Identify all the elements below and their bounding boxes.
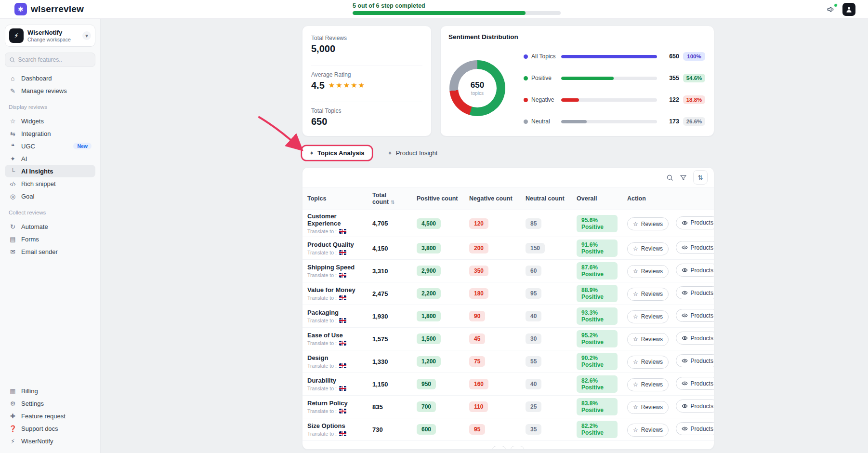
- topic-name[interactable]: Durability: [307, 377, 363, 384]
- sidebar-item[interactable]: ▤ Forms: [5, 233, 95, 245]
- sidebar-search[interactable]: [5, 53, 95, 67]
- products-button[interactable]: Products: [676, 264, 714, 277]
- neutral-count-badge: 30: [526, 333, 541, 344]
- sidebar-item[interactable]: ❝ UGC New: [5, 140, 95, 152]
- search-icon[interactable]: [666, 174, 673, 181]
- legend-percent-badge: 18.8%: [683, 95, 705, 104]
- filter-icon[interactable]: [680, 174, 687, 181]
- sidebar-item[interactable]: ⌂ Dashboard: [5, 72, 95, 84]
- topic-name[interactable]: Return Policy: [307, 400, 363, 407]
- translate-link[interactable]: Translate to :: [307, 386, 363, 391]
- translate-link[interactable]: Translate to :: [307, 295, 363, 301]
- sidebar-item-label: Dashboard: [21, 75, 52, 82]
- neutral-count-badge: 40: [526, 379, 541, 389]
- sidebar-item[interactable]: ✚ Feature request: [5, 410, 95, 422]
- topic-name[interactable]: Ease of Use: [307, 332, 363, 339]
- workspace-selector[interactable]: ⚡ WiserNotify Change workspace ▾: [5, 25, 95, 47]
- sidebar-item[interactable]: ⚡ WiserNotify: [5, 435, 95, 447]
- translate-link[interactable]: Translate to :: [307, 250, 363, 255]
- legend-bar-track: [561, 98, 657, 102]
- translate-link[interactable]: Translate to :: [307, 363, 363, 369]
- topic-name[interactable]: Customer Experience: [307, 213, 363, 227]
- reviews-button[interactable]: ☆ Reviews: [627, 378, 669, 391]
- star-icon: ☆: [633, 313, 638, 320]
- prev-page-button[interactable]: ‹: [492, 446, 506, 450]
- legend-label: Negative: [531, 96, 561, 103]
- sort-button[interactable]: ⇅: [693, 170, 708, 185]
- user-avatar[interactable]: [842, 3, 855, 16]
- products-button[interactable]: Products: [676, 400, 714, 413]
- reviews-button[interactable]: ☆ Reviews: [627, 401, 669, 414]
- sidebar-item[interactable]: ✦ AI: [5, 152, 95, 165]
- sidebar-item[interactable]: ❓ Support docs: [5, 422, 95, 435]
- announcements-icon[interactable]: [827, 5, 836, 14]
- sidebar-item[interactable]: ↻ Automate: [5, 220, 95, 233]
- search-input[interactable]: [18, 56, 91, 63]
- sidebar-item[interactable]: ⚙ Settings: [5, 397, 95, 410]
- translate-link[interactable]: Translate to :: [307, 340, 363, 346]
- rating-value: 4.5: [311, 80, 325, 91]
- translate-link[interactable]: Translate to :: [307, 408, 363, 414]
- topic-name[interactable]: Product Quality: [307, 241, 363, 248]
- products-button[interactable]: Products: [676, 241, 714, 254]
- sidebar-item[interactable]: ✉ Email sender: [5, 245, 95, 258]
- topic-name[interactable]: Design: [307, 354, 363, 361]
- sidebar-item[interactable]: ☆ Widgets: [5, 115, 95, 127]
- translate-label: Translate to :: [307, 272, 337, 278]
- tabs: ✦ Topics Analysis ✧ Product Insight: [302, 146, 714, 160]
- negative-count-badge: 200: [469, 243, 488, 253]
- products-button[interactable]: Products: [676, 332, 714, 345]
- topic-name[interactable]: Packaging: [307, 309, 363, 316]
- reviews-button[interactable]: ☆ Reviews: [627, 217, 669, 230]
- topic-name[interactable]: Size Options: [307, 422, 363, 429]
- tab-product-insight[interactable]: ✧ Product Insight: [381, 146, 445, 160]
- products-button[interactable]: Products: [676, 309, 714, 322]
- neutral-count-badge: 95: [526, 288, 541, 299]
- next-page-button[interactable]: ›: [511, 446, 524, 450]
- positive-count-badge: 2,900: [417, 266, 441, 276]
- products-button[interactable]: Products: [676, 422, 714, 435]
- table-row: Value for Money Translate to : 2,475 2,2…: [302, 282, 714, 305]
- translate-label: Translate to :: [307, 318, 337, 323]
- sidebar-item[interactable]: ‹/› Rich snippet: [5, 177, 95, 190]
- topic-name[interactable]: Shipping Speed: [307, 264, 363, 271]
- tab-topics-analysis[interactable]: ✦ Topics Analysis: [302, 146, 372, 160]
- sidebar-item-label: Support docs: [21, 425, 58, 432]
- reviews-button[interactable]: ☆ Reviews: [627, 356, 669, 369]
- reviews-button[interactable]: ☆ Reviews: [627, 265, 669, 278]
- reviews-button[interactable]: ☆ Reviews: [627, 333, 669, 346]
- translate-link[interactable]: Translate to :: [307, 272, 363, 278]
- reviews-button[interactable]: ☆ Reviews: [627, 310, 669, 323]
- reviews-button[interactable]: ☆ Reviews: [627, 242, 669, 255]
- products-button[interactable]: Products: [676, 354, 714, 367]
- logo-text: wiserreview: [31, 4, 84, 14]
- products-button[interactable]: Products: [676, 377, 714, 390]
- sidebar-item[interactable]: ◎ Goal: [5, 190, 95, 202]
- stat-label: Total Reviews: [311, 35, 422, 41]
- translate-link[interactable]: Translate to :: [307, 228, 363, 234]
- sidebar-item[interactable]: ✎ Manage reviews: [5, 84, 95, 97]
- topic-name[interactable]: Value for Money: [307, 286, 363, 293]
- header-negative-count: Negative count: [464, 187, 521, 210]
- legend-dot: [524, 98, 528, 102]
- progress-fill: [353, 11, 526, 15]
- products-button[interactable]: Products: [676, 216, 714, 229]
- translate-link[interactable]: Translate to :: [307, 318, 363, 323]
- overall-badge: 95.6% Positive: [577, 215, 618, 232]
- products-button[interactable]: Products: [676, 286, 714, 299]
- sidebar-item[interactable]: └ AI Insights: [5, 165, 95, 177]
- reviews-button[interactable]: ☆ Reviews: [627, 288, 669, 301]
- reviews-button[interactable]: ☆ Reviews: [627, 424, 669, 437]
- total-count-cell: 835: [368, 396, 412, 418]
- overall-badge: 82.2% Positive: [577, 421, 618, 438]
- sidebar-item[interactable]: ▦ Billing: [5, 385, 95, 397]
- table-row: Ease of Use Translate to : 1,575 1,500 4…: [302, 328, 714, 350]
- header-topics: Topics: [302, 187, 368, 210]
- sidebar-item-icon: ▤: [9, 236, 17, 243]
- sidebar-item-label: Widgets: [21, 118, 44, 125]
- header-total-count[interactable]: Total count⇅: [368, 187, 412, 210]
- sidebar-item[interactable]: ⇆ Integration: [5, 127, 95, 140]
- translate-link[interactable]: Translate to :: [307, 431, 363, 437]
- sort-icon: ⇅: [698, 174, 703, 181]
- table-row: Shipping Speed Translate to : 3,310 2,90…: [302, 260, 714, 282]
